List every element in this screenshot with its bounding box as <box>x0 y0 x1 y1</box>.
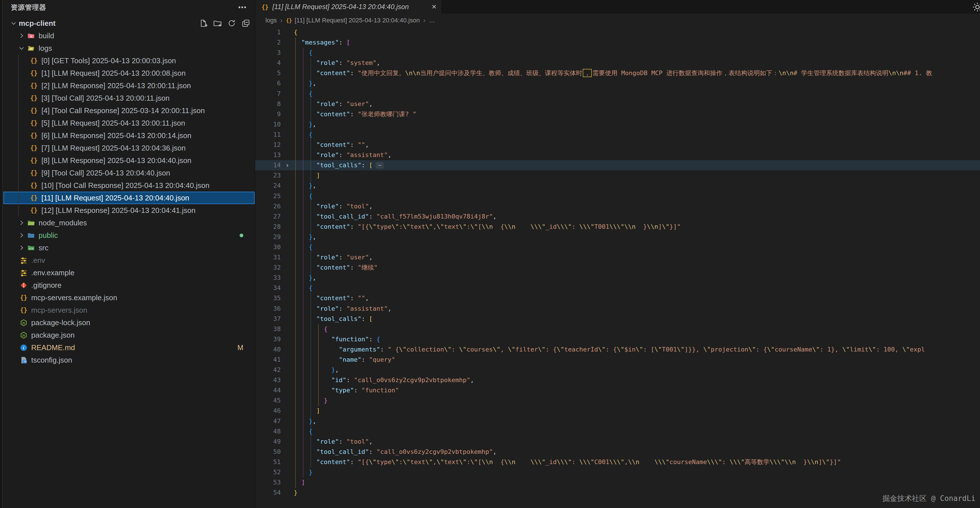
code-line[interactable]: 47 }, <box>255 416 980 426</box>
code-line[interactable]: 28 "content": "[{\"type\":\"text\",\"tex… <box>255 222 980 232</box>
code-line[interactable]: 45 } <box>255 395 980 406</box>
breadcrumb-segment[interactable]: {}[11] [LLM Request] 2025-04-13 20:04:40… <box>286 17 420 24</box>
code-line[interactable]: 27 "tool_call_id": "call_f57lm53wju813h0… <box>255 211 980 222</box>
code-line[interactable]: 14› "tool_calls": [⋯ <box>255 160 980 170</box>
tree-item[interactable]: {}[3] [Tool Call] 2025-04-13 20:00:11.js… <box>3 92 255 104</box>
code-line[interactable]: 29 }, <box>255 232 980 242</box>
chevron-right-icon[interactable] <box>18 32 25 40</box>
code-line[interactable]: 31 "role": "user", <box>255 252 980 262</box>
tree-item[interactable]: mcp-client <box>3 17 255 30</box>
code-line[interactable]: 41 "name": "query" <box>255 355 980 365</box>
code-line[interactable]: 13 "role": "assistant", <box>255 150 980 160</box>
code-line[interactable]: 32 "content": "继续" <box>255 262 980 273</box>
chevron-right-icon[interactable] <box>18 231 25 239</box>
code-line[interactable]: 12 "content": "", <box>255 140 980 150</box>
chevron-down-icon[interactable] <box>10 19 18 27</box>
code-line[interactable]: 6 }, <box>255 78 980 89</box>
code-line[interactable]: 53 ] <box>255 477 980 487</box>
code-line[interactable]: 7 { <box>255 89 980 99</box>
tree-item-label: mcp-client <box>19 19 56 28</box>
code-line[interactable]: 46 ] <box>255 406 980 416</box>
tree-item[interactable]: {}[12] [LLM Response] 2025-04-13 20:04:4… <box>3 204 255 217</box>
code-editor[interactable]: 1{2 "messages": [3 {4 "role": "system",5… <box>255 27 980 508</box>
code-line[interactable]: 25 { <box>255 191 980 201</box>
fold-gutter <box>281 334 294 344</box>
code-line[interactable]: 26 "role": "tool", <box>255 201 980 211</box>
code-line[interactable]: 1{ <box>255 27 980 37</box>
new-file-button[interactable] <box>199 18 208 28</box>
tree-item[interactable]: {}[5] [LLM Request] 2025-04-13 20:00:11.… <box>3 117 255 129</box>
code-line[interactable]: 5 "content": "使用中文回复。\n\n当用户提问中涉及学生、教师、成… <box>255 68 980 78</box>
tree-item[interactable]: {}mcp-servers.example.json <box>3 291 255 304</box>
code-line-content: } <box>294 467 980 477</box>
tree-item[interactable]: {}[8] [LLM Response] 2025-04-13 20:04:40… <box>3 154 255 167</box>
code-line[interactable]: 9 "content": "张老师教哪门课? " <box>255 109 980 119</box>
code-line[interactable]: 30 { <box>255 242 980 252</box>
code-line[interactable]: 50 "tool_call_id": "call_o0vs6zy2cgv9p2v… <box>255 447 980 457</box>
tree-item[interactable]: {}[7] [LLM Request] 2025-04-13 20:04:36.… <box>3 142 255 154</box>
code-line[interactable]: 43 "id": "call_o0vs6zy2cgv9p2vbtpokemhp"… <box>255 375 980 385</box>
code-line[interactable]: 54} <box>255 487 980 498</box>
code-line[interactable]: 48 { <box>255 426 980 437</box>
code-line[interactable]: 35 "content": "", <box>255 293 980 303</box>
tree-item[interactable]: {}[4] [Tool Call Response] 2025-03-14 20… <box>3 104 255 117</box>
json-braces-icon: {} <box>30 82 37 89</box>
tree-item[interactable]: node_modules <box>3 217 255 229</box>
code-line[interactable]: 36 "role": "assistant", <box>255 303 980 314</box>
tree-item[interactable]: {}[9] [Tool Call] 2025-04-13 20:04:40.js… <box>3 167 255 179</box>
tree-item[interactable]: JSpackage.json <box>3 329 255 341</box>
code-line[interactable]: 2 "messages": [ <box>255 37 980 48</box>
code-line[interactable]: 49 "role": "tool", <box>255 437 980 447</box>
tree-item[interactable]: </>src <box>3 241 255 254</box>
new-folder-button[interactable] <box>213 18 222 28</box>
tree-item[interactable]: {}[10] [Tool Call Response] 2025-04-13 2… <box>3 179 255 192</box>
code-line[interactable]: 51 "content": "[{\"type\":\"text\",\"tex… <box>255 457 980 467</box>
code-line[interactable]: 8 "role": "user", <box>255 99 980 109</box>
code-line[interactable]: 4 "role": "system", <box>255 58 980 68</box>
folded-region-ellipsis[interactable]: ⋯ <box>375 162 384 169</box>
collapse-folders-button[interactable] <box>241 18 251 28</box>
code-line[interactable]: 40 "arguments": " {\"collection\": \"cou… <box>255 344 980 355</box>
tree-item[interactable]: {}[0] [GET Tools] 2025-04-13 20:00:03.js… <box>3 54 255 67</box>
code-line[interactable]: 34 { <box>255 283 980 293</box>
code-line[interactable]: 38 { <box>255 324 980 334</box>
settings-gear-icon[interactable] <box>972 2 980 13</box>
code-line[interactable]: 37 "tool_calls": [ <box>255 314 980 324</box>
code-line[interactable]: 23 ] <box>255 170 980 181</box>
tree-item[interactable]: .env <box>3 254 255 267</box>
chevron-right-icon[interactable] <box>18 244 25 252</box>
tree-item[interactable]: {}[11] [LLM Request] 2025-04-13 20:04:40… <box>3 192 255 204</box>
code-line[interactable]: 33 }, <box>255 273 980 283</box>
code-line[interactable]: 44 "type": "function" <box>255 385 980 395</box>
fold-gutter <box>281 426 294 437</box>
tree-item[interactable]: public <box>3 229 255 241</box>
tree-item[interactable]: {}[1] [LLM Request] 2025-04-13 20:00:08.… <box>3 67 255 79</box>
tree-item[interactable]: TStsconfig.json <box>3 354 255 366</box>
tree-item[interactable]: {}mcp-servers.json <box>3 304 255 316</box>
tree-item[interactable]: logs <box>3 42 255 54</box>
chevron-down-icon[interactable] <box>18 44 25 52</box>
code-line[interactable]: 3 { <box>255 48 980 58</box>
code-line[interactable]: 52 } <box>255 467 980 477</box>
tree-item[interactable]: iREADME.mdM <box>3 341 255 354</box>
code-line[interactable]: 24 }, <box>255 181 980 191</box>
close-icon[interactable]: × <box>432 3 436 11</box>
more-actions-icon[interactable]: ⋯ <box>238 3 247 12</box>
fold-chevron-icon[interactable]: › <box>281 160 294 170</box>
tree-item[interactable]: {}[6] [LLM Response] 2025-04-13 20:00:14… <box>3 129 255 142</box>
tree-item[interactable]: build <box>3 30 255 42</box>
code-line-content: "role": "tool", <box>294 201 980 211</box>
refresh-explorer-button[interactable] <box>227 18 237 28</box>
code-line[interactable]: 10 }, <box>255 119 980 130</box>
breadcrumb-segment[interactable]: logs <box>266 17 277 24</box>
code-line[interactable]: 39 "function": { <box>255 334 980 344</box>
tree-item[interactable]: .env.example <box>3 267 255 279</box>
tree-item[interactable]: .gitignore <box>3 279 255 291</box>
chevron-right-icon[interactable] <box>18 219 25 227</box>
code-line[interactable]: 42 }, <box>255 365 980 375</box>
code-line[interactable]: 11 { <box>255 130 980 140</box>
tree-item[interactable]: JSpackage-lock.json <box>3 316 255 329</box>
breadcrumb-segment[interactable]: … <box>429 17 435 24</box>
tab-llm-request-json[interactable]: {} [11] [LLM Request] 2025-04-13 20:04:4… <box>255 0 442 14</box>
tree-item[interactable]: {}[2] [LLM Response] 2025-04-13 20:00:11… <box>3 79 255 92</box>
